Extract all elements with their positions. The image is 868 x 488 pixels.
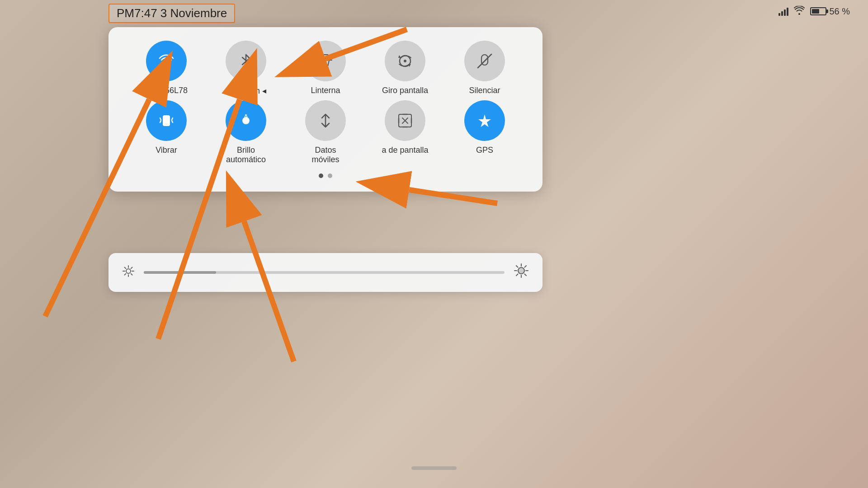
tiles-grid: ETT_56L78 Bluetooth ◂: [127, 41, 524, 164]
brightness-fill: [144, 271, 216, 274]
battery-percent: 56 %: [829, 6, 850, 17]
brillo-label: Brillo automático: [221, 145, 271, 164]
svg-line-40: [525, 266, 527, 267]
brightness-low-icon: [122, 265, 135, 281]
svg-line-32: [125, 273, 126, 275]
tile-giro[interactable]: Giro pantalla: [365, 41, 445, 96]
svg-point-33: [518, 267, 524, 274]
bluetooth-circle[interactable]: [226, 41, 266, 81]
wifi-circle[interactable]: [146, 41, 187, 81]
tile-brillo[interactable]: A Brillo automático: [206, 100, 286, 164]
wifi-label: ETT_56L78: [145, 86, 188, 95]
datos-label: Datos móviles: [301, 145, 350, 164]
svg-line-41: [516, 274, 518, 276]
svg-line-9: [478, 54, 491, 68]
svg-line-6: [329, 56, 331, 58]
brillo-circle[interactable]: A: [226, 100, 266, 141]
bluetooth-label: Bluetooth ◂: [226, 86, 266, 96]
signal-icon: [778, 7, 788, 16]
vibrar-label: Vibrar: [156, 145, 177, 155]
bottom-handle: [411, 466, 457, 470]
linterna-label: Linterna: [311, 86, 340, 95]
quick-settings-panel: ETT_56L78 Bluetooth ◂: [108, 27, 542, 192]
svg-line-30: [131, 273, 132, 275]
battery-container: 56 %: [810, 6, 850, 17]
status-icons: 56 %: [778, 6, 850, 17]
svg-line-29: [125, 267, 126, 268]
brightness-high-icon: [514, 263, 529, 282]
tile-linterna[interactable]: Linterna: [286, 41, 365, 96]
gps-circle[interactable]: [464, 100, 505, 141]
tile-silenciar[interactable]: Silenciar: [445, 41, 524, 96]
captura-circle[interactable]: [385, 100, 425, 141]
svg-line-12: [160, 121, 161, 122]
svg-point-0: [156, 51, 176, 71]
silenciar-circle[interactable]: [464, 41, 505, 81]
battery-icon: [810, 7, 826, 15]
wifi-status-icon: [794, 6, 805, 17]
svg-rect-1: [323, 55, 328, 58]
svg-line-39: [525, 274, 527, 276]
status-time-box: PM7:47 3 Noviembre: [108, 4, 235, 23]
svg-rect-10: [163, 115, 170, 126]
brightness-track[interactable]: [144, 271, 505, 274]
tile-captura[interactable]: a de pantalla: [365, 100, 445, 164]
giro-label: Giro pantalla: [382, 86, 428, 95]
silenciar-label: Silenciar: [469, 86, 500, 95]
tile-vibrar[interactable]: Vibrar: [127, 100, 206, 164]
dot-1[interactable]: [319, 174, 323, 178]
captura-label: a de pantalla: [382, 145, 428, 155]
pagination: [127, 174, 524, 178]
svg-point-8: [404, 60, 406, 62]
brightness-panel: [108, 253, 542, 292]
svg-line-11: [160, 118, 161, 120]
linterna-circle[interactable]: [305, 41, 346, 81]
svg-line-13: [172, 118, 173, 120]
status-bar: PM7:47 3 Noviembre 56 %: [0, 0, 868, 23]
dot-2[interactable]: [328, 174, 332, 178]
vibrar-circle[interactable]: [146, 100, 187, 141]
datos-circle[interactable]: [305, 100, 346, 141]
svg-line-5: [320, 56, 322, 58]
gps-label: GPS: [476, 145, 493, 155]
svg-line-47: [409, 190, 497, 203]
tile-wifi[interactable]: ETT_56L78: [127, 41, 206, 96]
giro-circle[interactable]: [385, 41, 425, 81]
svg-text:A: A: [244, 113, 248, 120]
svg-point-24: [126, 269, 131, 273]
tile-gps[interactable]: GPS: [445, 100, 524, 164]
svg-line-14: [172, 121, 173, 122]
svg-line-31: [131, 267, 132, 268]
tile-bluetooth[interactable]: Bluetooth ◂: [206, 41, 286, 96]
tile-datos[interactable]: Datos móviles: [286, 100, 365, 164]
status-time: PM7:47 3 Noviembre: [117, 6, 227, 20]
svg-line-38: [516, 266, 518, 267]
